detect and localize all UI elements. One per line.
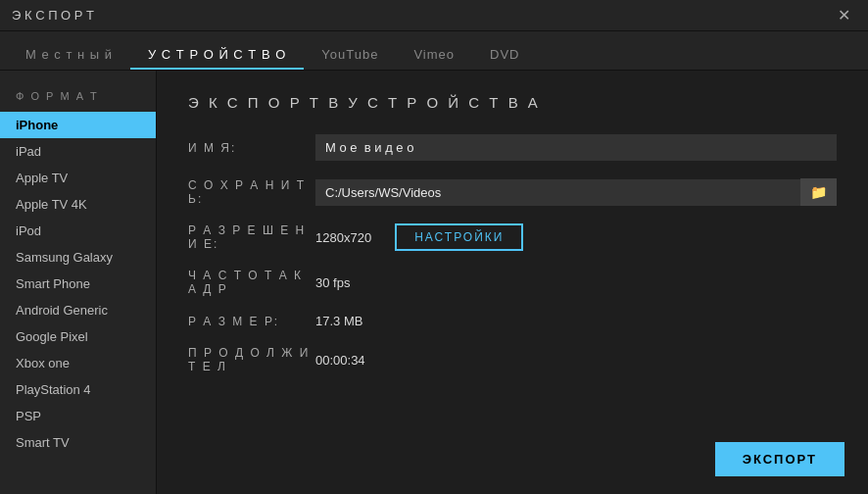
device-item-smarttv[interactable]: Smart TV — [0, 429, 156, 456]
device-item-iphone[interactable]: iPhone — [0, 112, 156, 138]
device-item-ipod[interactable]: iPod — [0, 218, 156, 244]
framerate-label: Ч а с т о т а к а д р — [188, 269, 315, 296]
window-title: Э К С П О Р Т — [12, 8, 94, 23]
tab-vimeo[interactable]: Vimeo — [396, 39, 472, 70]
save-field-row: С о х р а н и т ь: 📁 — [188, 178, 837, 206]
export-button[interactable]: ЭКСПОРТ — [715, 442, 844, 476]
export-button-wrapper: ЭКСПОРТ — [715, 442, 844, 476]
save-label: С о х р а н и т ь: — [188, 178, 315, 206]
resolution-label: Р а з р е ш е н и е: — [188, 223, 315, 251]
main-layout: Ф О Р М А Т iPhone iPad Apple TV Apple T… — [0, 71, 868, 494]
duration-label: П р о д о л ж и т е л — [188, 346, 315, 373]
format-label: Ф О Р М А Т — [0, 86, 156, 112]
framerate-value: 30 fps — [315, 275, 350, 290]
tab-dvd[interactable]: DVD — [472, 39, 537, 70]
size-label: Р а з м е р: — [188, 315, 315, 328]
tab-local[interactable]: М е с т н ы й — [8, 39, 130, 70]
resolution-row: 1280x720 НАСТРОЙКИ — [315, 223, 837, 251]
device-item-ipad[interactable]: iPad — [0, 138, 156, 165]
device-item-appletv[interactable]: Apple TV — [0, 165, 156, 191]
framerate-field-row: Ч а с т о т а к а д р 30 fps — [188, 269, 837, 296]
export-title: Э К С П О Р Т В У С Т Р О Й С Т В А — [188, 94, 837, 111]
device-item-ps4[interactable]: PlayStation 4 — [0, 376, 156, 403]
duration-value: 00:00:34 — [315, 353, 365, 368]
device-item-psp[interactable]: PSP — [0, 403, 156, 429]
size-value: 17.3 MB — [315, 314, 362, 328]
device-item-samsung[interactable]: Samsung Galaxy — [0, 244, 156, 271]
device-item-pixel[interactable]: Google Pixel — [0, 323, 156, 350]
device-item-appletv4k[interactable]: Apple TV 4K — [0, 191, 156, 218]
content-area: Э К С П О Р Т В У С Т Р О Й С Т В А И м … — [157, 71, 868, 494]
settings-button[interactable]: НАСТРОЙКИ — [395, 223, 523, 251]
device-item-smartphone[interactable]: Smart Phone — [0, 271, 156, 297]
folder-browse-button[interactable]: 📁 — [800, 178, 837, 206]
tab-youtube[interactable]: YouTube — [304, 39, 396, 70]
resolution-field-row: Р а з р е ш е н и е: 1280x720 НАСТРОЙКИ — [188, 223, 837, 251]
name-field-row: И м я: — [188, 134, 837, 161]
path-input[interactable] — [315, 179, 800, 206]
name-input[interactable] — [315, 134, 837, 161]
tab-device[interactable]: У С Т Р О Й С Т В О — [130, 39, 304, 70]
duration-field-row: П р о д о л ж и т е л 00:00:34 — [188, 346, 837, 373]
size-field-row: Р а з м е р: 17.3 MB — [188, 314, 837, 328]
close-button[interactable]: ✕ — [832, 4, 856, 26]
tab-bar: М е с т н ы й У С Т Р О Й С Т В О YouTub… — [0, 31, 868, 71]
name-label: И м я: — [188, 141, 315, 155]
path-row: 📁 — [315, 178, 837, 206]
device-item-android[interactable]: Android Generic — [0, 297, 156, 323]
device-item-xbox[interactable]: Xbox one — [0, 350, 156, 376]
titlebar: Э К С П О Р Т ✕ — [0, 0, 868, 31]
resolution-value: 1280x720 — [315, 230, 371, 245]
sidebar: Ф О Р М А Т iPhone iPad Apple TV Apple T… — [0, 71, 157, 494]
